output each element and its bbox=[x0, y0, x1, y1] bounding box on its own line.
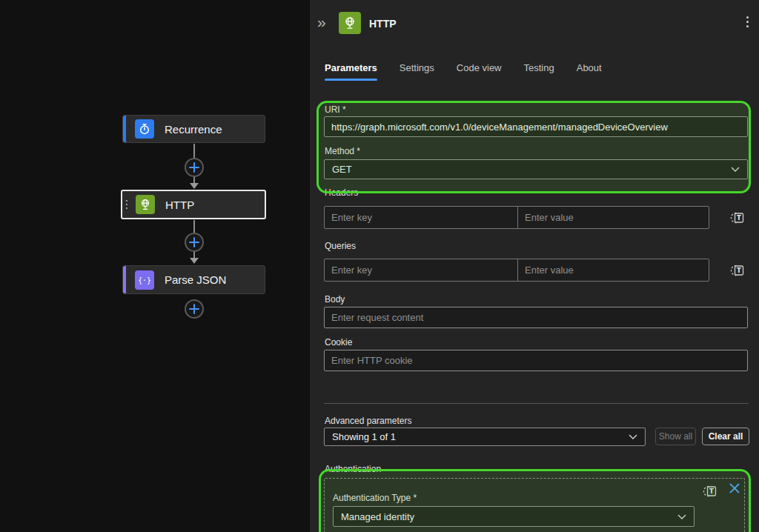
text-mode-toggle-icon[interactable]: T bbox=[729, 208, 747, 226]
queries-label: Queries bbox=[325, 241, 356, 251]
recurrence-clock-icon bbox=[135, 119, 154, 139]
workflow-canvas[interactable]: Recurrence HTTP bbox=[0, 0, 310, 532]
svg-text:T: T bbox=[737, 214, 741, 222]
chevron-down-icon bbox=[629, 434, 637, 439]
http-globe-icon bbox=[339, 12, 361, 34]
connector-arrow bbox=[190, 258, 199, 264]
text-mode-toggle-icon[interactable]: T bbox=[702, 482, 720, 499]
collapse-panel-icon[interactable]: » bbox=[317, 13, 326, 31]
node-label: Recurrence bbox=[165, 123, 222, 136]
advanced-parameters-label: Advanced parameters bbox=[325, 416, 411, 426]
uri-input[interactable] bbox=[324, 116, 748, 137]
method-label: Method * bbox=[325, 146, 360, 156]
headers-key-input[interactable] bbox=[331, 212, 511, 223]
tab-about[interactable]: About bbox=[577, 62, 602, 81]
authentication-type-dropdown[interactable]: Managed identity bbox=[333, 506, 695, 527]
recurrence-accent-stripe bbox=[123, 116, 126, 142]
connector-line bbox=[193, 220, 195, 233]
authentication-label: Authentication bbox=[325, 464, 381, 474]
headers-table bbox=[324, 206, 709, 229]
designer-screen: Recurrence HTTP bbox=[0, 0, 759, 532]
connector-line bbox=[193, 252, 195, 258]
tab-parameters[interactable]: Parameters bbox=[325, 62, 377, 81]
tab-settings[interactable]: Settings bbox=[400, 62, 434, 81]
authentication-type-label: Authentication Type * bbox=[333, 493, 417, 503]
show-all-button[interactable]: Show all bbox=[655, 428, 696, 445]
chevron-down-icon bbox=[677, 514, 686, 519]
tab-testing[interactable]: Testing bbox=[524, 62, 554, 81]
svg-text:T: T bbox=[737, 267, 741, 274]
parse-json-icon: {·} bbox=[135, 270, 154, 290]
node-http[interactable]: HTTP bbox=[121, 190, 266, 219]
tab-code-view[interactable]: Code view bbox=[457, 62, 502, 81]
insert-step-button[interactable] bbox=[185, 233, 204, 252]
advanced-parameters-summary: Showing 1 of 1 bbox=[332, 431, 629, 442]
insert-step-button[interactable] bbox=[185, 158, 204, 177]
remove-authentication-icon[interactable] bbox=[729, 482, 742, 496]
headers-label: Headers bbox=[325, 187, 358, 198]
queries-key-input[interactable] bbox=[331, 265, 511, 276]
node-label: HTTP bbox=[165, 199, 194, 211]
headers-value-input[interactable] bbox=[525, 212, 702, 223]
queries-table bbox=[324, 259, 709, 282]
node-label: Parse JSON bbox=[165, 273, 226, 286]
node-recurrence[interactable]: Recurrence bbox=[122, 115, 265, 143]
drag-handle-icon[interactable] bbox=[126, 200, 127, 209]
svg-text:T: T bbox=[709, 488, 714, 495]
method-dropdown[interactable]: GET bbox=[324, 159, 748, 179]
authentication-type-value: Managed identity bbox=[341, 511, 677, 522]
uri-label: URI * bbox=[325, 104, 346, 115]
connector-arrow bbox=[190, 183, 199, 189]
advanced-parameters-dropdown[interactable]: Showing 1 of 1 bbox=[324, 428, 646, 446]
queries-value-input[interactable] bbox=[525, 265, 702, 276]
connector-line bbox=[193, 177, 195, 183]
cookie-label: Cookie bbox=[325, 337, 352, 348]
text-mode-toggle-icon[interactable]: T bbox=[729, 261, 747, 279]
panel-title: HTTP bbox=[369, 18, 397, 30]
insert-step-button[interactable] bbox=[185, 299, 204, 319]
method-value: GET bbox=[332, 164, 731, 175]
section-divider bbox=[324, 403, 749, 404]
cookie-input[interactable] bbox=[324, 350, 748, 371]
body-label: Body bbox=[325, 294, 345, 305]
parse-json-accent-stripe bbox=[123, 266, 126, 293]
panel-tabs: Parameters Settings Code view Testing Ab… bbox=[325, 62, 602, 81]
chevron-down-icon bbox=[731, 167, 740, 172]
parameters-panel: » HTTP Parameters Settings Code view Tes… bbox=[310, 0, 759, 532]
http-globe-icon bbox=[136, 195, 155, 214]
body-input[interactable] bbox=[324, 307, 748, 328]
more-options-icon[interactable] bbox=[746, 16, 749, 27]
node-parse-json[interactable]: {·} Parse JSON bbox=[122, 265, 265, 294]
connector-line bbox=[193, 144, 195, 158]
svg-text:{·}: {·} bbox=[138, 276, 151, 284]
clear-all-button[interactable]: Clear all bbox=[702, 428, 749, 445]
